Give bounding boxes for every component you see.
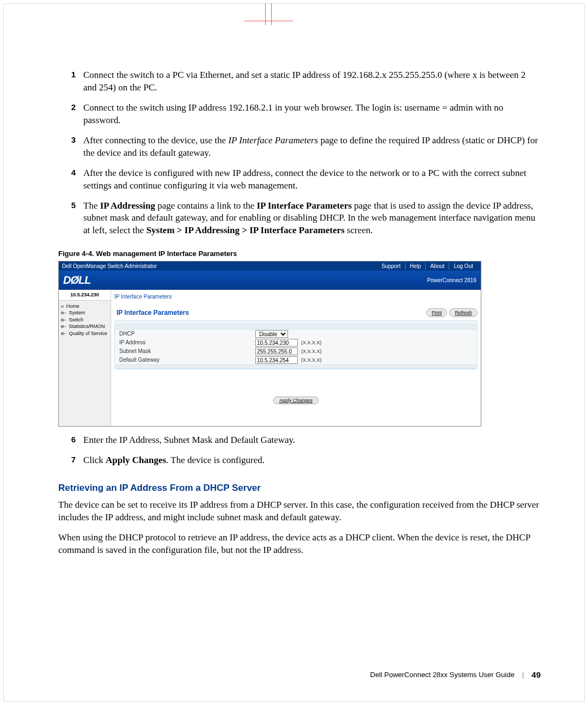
ip-label: IP Address [119, 339, 255, 346]
page-footer: Dell PowerConnect 28xx Systems User Guid… [370, 670, 541, 679]
step-text: Connect the switch to a PC via Ethernet,… [83, 69, 541, 94]
print-button[interactable]: Print [426, 308, 448, 317]
app-title: Dell OpenManage Switch Administrator [62, 263, 157, 270]
footer-title: Dell PowerConnect 28xx Systems User Guid… [370, 671, 514, 679]
instruction-list: 1 Connect the switch to a PC via Etherne… [58, 69, 541, 237]
mask-hint: (X.X.X.X) [301, 348, 322, 355]
step-number: 1 [58, 69, 83, 94]
help-link[interactable]: Help [405, 263, 426, 270]
sidebar: 10.5.234.230 ▭ Home ⊞┈ System ⊞┈ Switch … [59, 290, 111, 426]
dhcp-select[interactable]: Disable [255, 330, 288, 338]
step-number: 5 [58, 200, 83, 238]
main-panel: IP Interface Parameters IP Interface Par… [111, 290, 481, 426]
panel-title: IP Interface Parameters [117, 308, 189, 317]
body-para: When using the DHCP protocol to retrieve… [58, 532, 541, 557]
dell-logo: DØLL [63, 273, 90, 288]
gw-field[interactable] [255, 356, 298, 364]
step-text: After connecting to the device, use the … [83, 135, 541, 160]
refresh-button[interactable]: Refresh [449, 308, 477, 317]
ip-hint: (X.X.X.X) [301, 339, 322, 346]
gw-hint: (X.X.X.X) [301, 357, 322, 363]
ip-field[interactable] [255, 339, 298, 346]
page-number: 49 [531, 670, 541, 679]
nav-tree[interactable]: ▭ Home ⊞┈ System ⊞┈ Switch ⊞┈ Statistics… [59, 301, 111, 339]
instruction-list-2: 6 Enter the IP Address, Subnet Mask and … [58, 434, 541, 467]
step-number: 3 [58, 135, 83, 160]
support-link[interactable]: Support [377, 263, 405, 270]
step-text: Connect to the switch using IP address 1… [83, 102, 541, 127]
about-link[interactable]: About [425, 263, 449, 270]
gw-label: Default Gateway [119, 356, 255, 364]
step-number: 6 [58, 434, 83, 447]
mask-label: Subnet Mask [119, 348, 255, 355]
logout-link[interactable]: Log Out [449, 263, 477, 270]
step-text: Click Apply Changes. The device is confi… [83, 454, 541, 467]
section-heading: Retrieving an IP Address From a DHCP Ser… [58, 482, 541, 495]
apply-changes-button[interactable]: Apply Changes [273, 397, 318, 404]
step-text: After the device is configured with new … [83, 167, 541, 192]
figure-caption: Figure 4-4. Web management IP Interface … [58, 249, 541, 259]
breadcrumb: IP Interface Parameters [114, 292, 477, 305]
embedded-screenshot: Dell OpenManage Switch Administrator Sup… [58, 261, 481, 427]
step-text: The IP Addressing page contains a link t… [83, 200, 541, 238]
step-number: 4 [58, 167, 83, 192]
device-ip: 10.5.234.230 [59, 290, 111, 300]
step-number: 2 [58, 102, 83, 127]
step-text: Enter the IP Address, Subnet Mask and De… [83, 434, 541, 447]
top-links: Support Help About Log Out [377, 263, 477, 270]
mask-field[interactable] [255, 348, 298, 355]
body-para: The device can be set to receive its IP … [58, 499, 541, 524]
step-number: 7 [58, 454, 83, 467]
dhcp-label: DHCP [119, 330, 255, 338]
model-label: PowerConnect 2816 [427, 277, 476, 284]
